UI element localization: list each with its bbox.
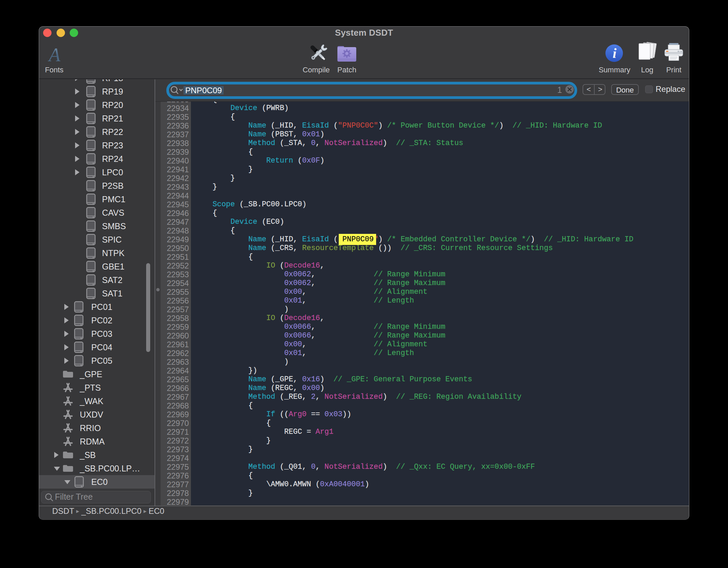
svg-text:A: A: [47, 46, 61, 63]
svg-text:i: i: [613, 45, 617, 61]
